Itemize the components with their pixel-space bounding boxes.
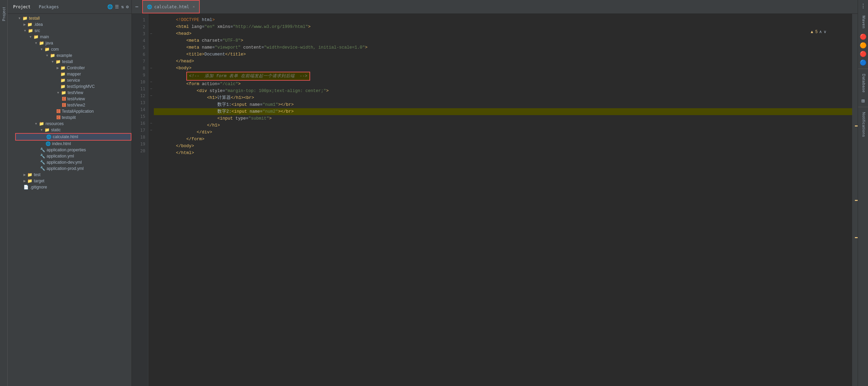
testaview-label: testAview: [67, 96, 85, 101]
tree-item-idea[interactable]: ▶ 📁 .idea: [15, 21, 131, 28]
testallapplication-label: TestallApplication: [62, 109, 94, 114]
line-num-18: 18: [140, 134, 145, 141]
code-body[interactable]: <!DOCTYPE html> <html lang="en" xmlns="h…: [154, 14, 852, 386]
line-num-13: 13: [140, 99, 145, 106]
fold-11[interactable]: −: [150, 85, 152, 92]
tree-item-testview[interactable]: ▼ 📁 testView: [15, 90, 131, 96]
settings-icon[interactable]: ⚙: [126, 4, 129, 9]
controller-label: Controller: [67, 65, 85, 70]
margin-marker-1: [855, 125, 858, 126]
testview-arrow: ▼: [57, 91, 60, 94]
line12-code: <h1>计算器</h1><br>: [154, 94, 852, 101]
app-yml-label: application.yml: [47, 154, 74, 159]
line-num-1: 1: [143, 17, 145, 23]
tree-item-app-properties[interactable]: 🔧 application.properties: [15, 147, 131, 153]
code-line-12: <h1>计算器</h1><br>: [154, 94, 852, 101]
controller-folder-icon: 📁: [60, 65, 66, 70]
tree-item-testspringmvc[interactable]: ▶ 📁 testSpringMVC: [15, 83, 131, 90]
grid-icon-container: ⊞: [858, 96, 868, 105]
warning-nav-down[interactable]: ∨: [823, 29, 827, 34]
fold-17[interactable]: −: [150, 127, 152, 134]
warning-nav-up[interactable]: ∧: [819, 29, 822, 34]
minus-button[interactable]: −: [132, 0, 142, 13]
edge-icon[interactable]: 🔵: [860, 59, 867, 66]
line-num-7: 7: [143, 58, 145, 65]
more-icon[interactable]: ⋮: [860, 3, 866, 9]
tree-item-service[interactable]: ▶ 📁 service: [15, 77, 131, 83]
arrows-icon[interactable]: ⇅: [121, 4, 124, 9]
tree-item-src[interactable]: ▼ 📁 src: [15, 28, 131, 34]
tree-item-target[interactable]: ▶ 📁 target: [15, 178, 131, 184]
lines-icon[interactable]: ☰: [115, 4, 119, 9]
root-arrow: ▼: [18, 17, 21, 20]
notifications-panel-label[interactable]: Notifications: [858, 109, 868, 141]
static-label: static: [51, 128, 61, 132]
project-tab[interactable]: Project: [10, 3, 33, 11]
calculate-tab[interactable]: 🌐 calculate.html ×: [142, 0, 200, 13]
testview2-icon: 🅲: [62, 103, 66, 107]
tree-root[interactable]: ▼ 📁 testall: [15, 15, 131, 21]
gitignore-icon: 📄: [23, 185, 29, 190]
line-num-6: 6: [143, 51, 145, 58]
app-prod-yml-icon: 🔧: [40, 166, 45, 171]
tree-item-controller[interactable]: ▶ 📁 Controller: [15, 65, 131, 71]
controller-arrow: ▶: [57, 66, 59, 70]
fold-10[interactable]: −: [150, 79, 152, 85]
tree-item-testaview[interactable]: 🅲 testAview: [15, 96, 131, 102]
right-margin: [852, 14, 858, 386]
tree-item-testview2[interactable]: 🅲 testView2: [15, 102, 131, 108]
idea-folder-icon: 📁: [27, 22, 32, 27]
tree-item-com[interactable]: ▼ 📁 com: [15, 46, 131, 52]
tree-item-app-yml[interactable]: 🔧 application.yml: [15, 153, 131, 159]
tree-item-gitignore[interactable]: 📄 .gitignore: [15, 184, 131, 190]
resources-folder-icon: 📁: [39, 121, 44, 126]
tree-item-java[interactable]: ▼ 📁 java: [15, 40, 131, 46]
tree-item-example[interactable]: ▼ 📁 example: [15, 52, 131, 59]
ie-icon[interactable]: 🔴: [860, 33, 867, 40]
fold-16[interactable]: −: [150, 120, 152, 127]
database-panel-label[interactable]: Database: [858, 70, 868, 96]
tree-item-testsplit[interactable]: 🅲 testsplit: [15, 114, 131, 121]
code-line-3: <head>: [154, 30, 852, 37]
code-line-7: </head>: [154, 58, 852, 65]
code-line-2: <html lang="en" xmlns="http://www.w3.org…: [154, 23, 852, 30]
firefox-icon[interactable]: 🔴: [860, 51, 867, 57]
packages-tab[interactable]: Packages: [36, 3, 62, 11]
tree-item-app-dev-yml[interactable]: 🔧 application-dev.yml: [15, 159, 131, 165]
tree-item-app-prod-yml[interactable]: 🔧 application-prod.yml: [15, 165, 131, 172]
fold-3[interactable]: −: [150, 30, 152, 37]
mapper-folder-icon: 📁: [60, 72, 66, 77]
project-tree: ▼ 📁 testall ▶ 📁 .idea ▼ 📁 src ▼ 📁 main: [15, 14, 131, 386]
fold-gutter: − − − − − − −: [148, 14, 154, 386]
tree-item-resources[interactable]: ▼ 📁 resources: [15, 121, 131, 127]
line18-code: </form>: [154, 136, 852, 143]
testsplit-icon: 🅲: [57, 115, 60, 120]
tree-item-calculate-html[interactable]: 🌐 calculate.html: [15, 133, 131, 141]
tree-item-index-html[interactable]: 🌐 index.html: [15, 141, 131, 147]
tree-item-main[interactable]: ▼ 📁 main: [15, 34, 131, 40]
tree-item-test[interactable]: ▶ 📁 test: [15, 172, 131, 178]
fold-8[interactable]: −: [150, 65, 152, 72]
chrome-icon[interactable]: 🟠: [860, 42, 867, 49]
line17-code: </div>: [154, 129, 852, 136]
tree-item-mapper[interactable]: ▶ 📁 mapper: [15, 71, 131, 77]
tree-item-testall-sub[interactable]: ▼ 📁 testall: [15, 59, 131, 65]
maven-panel-label[interactable]: Maven: [858, 12, 868, 32]
src-label: src: [34, 28, 40, 33]
service-label: service: [67, 78, 80, 83]
tab-close-btn[interactable]: ×: [193, 4, 195, 9]
tree-item-testallapplication[interactable]: 🅲 TestallApplication: [15, 108, 131, 114]
testspringmvc-label: testSpringMVC: [67, 84, 95, 89]
grid-icon[interactable]: ⊞: [861, 98, 865, 104]
calculate-tab-label: calculate.html: [154, 4, 189, 9]
line2-code: <html lang="en" xmlns="http://www.w3.org…: [154, 23, 852, 30]
app-dev-yml-icon: 🔧: [40, 160, 45, 165]
line20-code: </html>: [154, 150, 852, 156]
fold-12[interactable]: −: [150, 92, 152, 99]
globe-icon[interactable]: 🌐: [107, 4, 113, 9]
calculate-html-label: calculate.html: [53, 134, 78, 139]
gitignore-label: .gitignore: [30, 185, 47, 190]
app-yml-icon: 🔧: [40, 154, 45, 159]
tree-item-static[interactable]: ▼ 📁 static: [15, 127, 131, 133]
target-folder-icon: 📁: [27, 179, 32, 183]
